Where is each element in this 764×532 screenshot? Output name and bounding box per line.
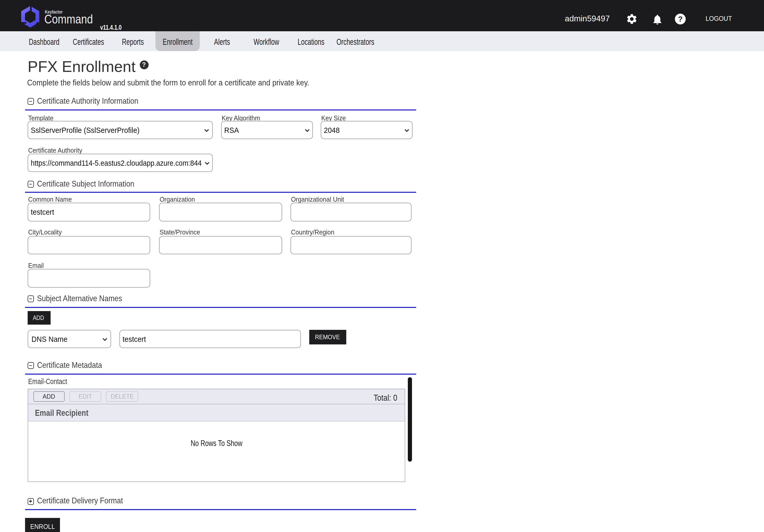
svg-text:?: ? [678, 15, 683, 23]
